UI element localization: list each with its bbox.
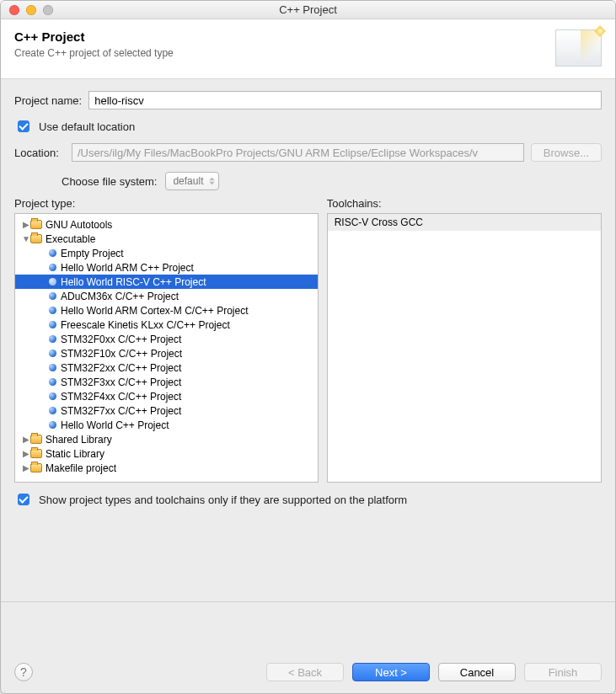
location-row: Location: Browse...: [14, 143, 602, 162]
toolchains-label: Toolchains:: [327, 197, 602, 210]
toolchain-item[interactable]: RISC-V Cross GCC: [328, 214, 601, 231]
show-supported-label[interactable]: Show project types and toolchains only i…: [39, 494, 407, 506]
tree-leaf[interactable]: Empty Project: [15, 246, 318, 260]
tree-item-label: STM32F0xx C/C++ Project: [61, 334, 181, 345]
window-controls: [9, 5, 53, 15]
project-template-icon: [49, 407, 56, 414]
cancel-button[interactable]: Cancel: [438, 663, 516, 681]
location-input: [72, 143, 524, 162]
tree-leaf[interactable]: STM32F0xx C/C++ Project: [15, 332, 318, 346]
tree-leaf[interactable]: Hello World ARM Cortex-M C/C++ Project: [15, 303, 318, 318]
folder-icon: [30, 435, 42, 444]
tree-item-label: Hello World C++ Project: [61, 419, 169, 431]
tree-leaf[interactable]: STM32F3xx C/C++ Project: [15, 375, 318, 389]
tree-item-label: Static Library: [46, 448, 104, 460]
tree-item-label: GNU Autotools: [46, 219, 112, 231]
titlebar: C++ Project: [1, 1, 615, 19]
tree-leaf[interactable]: ADuCM36x C/C++ Project: [15, 289, 318, 303]
tree-folder[interactable]: ▶GNU Autotools: [15, 217, 318, 232]
finish-button: Finish: [524, 663, 602, 681]
folder-icon: [30, 220, 42, 229]
tree-leaf[interactable]: STM32F4xx C/C++ Project: [15, 389, 318, 403]
page-subtitle: Create C++ project of selected type: [14, 47, 174, 59]
tree-leaf[interactable]: Freescale Kinetis KLxx C/C++ Project: [15, 318, 318, 332]
project-template-icon: [49, 421, 56, 429]
chevron-down-icon[interactable]: ▼: [22, 234, 30, 243]
choose-file-system-select: default: [165, 172, 219, 190]
tree-folder[interactable]: ▶Static Library: [15, 446, 318, 461]
tree-item-label: STM32F10x C/C++ Project: [61, 348, 182, 360]
zoom-icon[interactable]: [43, 5, 53, 15]
window-title: C++ Project: [1, 3, 615, 16]
tree-leaf[interactable]: STM32F2xx C/C++ Project: [15, 360, 318, 375]
supported-row: Show project types and toolchains only i…: [14, 491, 602, 508]
show-supported-checkbox[interactable]: [18, 494, 29, 505]
project-type-panel[interactable]: ▶GNU Autotools▼ExecutableEmpty ProjectHe…: [14, 213, 319, 483]
project-template-icon: [49, 378, 56, 386]
project-template-icon: [49, 321, 56, 328]
project-template-icon: [49, 292, 56, 300]
chevron-right-icon[interactable]: ▶: [22, 435, 30, 444]
tree-item-label: STM32F3xx C/C++ Project: [61, 376, 181, 388]
tree-leaf[interactable]: Hello World ARM C++ Project: [15, 260, 318, 275]
tree-item-label: Makefile project: [46, 462, 116, 474]
browse-button: Browse...: [531, 143, 602, 162]
wizard-header: C++ Project Create C++ project of select…: [1, 19, 615, 79]
folder-icon: [30, 234, 42, 243]
tree-item-label: Hello World ARM Cortex-M C/C++ Project: [61, 305, 249, 317]
project-name-input[interactable]: [88, 91, 602, 109]
project-template-icon: [49, 335, 56, 343]
project-template-icon: [49, 392, 56, 400]
tree-item-label: ADuCM36x C/C++ Project: [61, 291, 179, 302]
tree-leaf[interactable]: STM32F7xx C/C++ Project: [15, 403, 318, 418]
choose-file-system-row: Choose file system: default: [62, 172, 602, 190]
back-button: < Back: [266, 663, 344, 681]
folder-icon: [30, 463, 42, 472]
wizard-body: Project name: Use default location Locat…: [1, 79, 615, 601]
tree-item-label: Shared Library: [46, 434, 112, 446]
tree-item-label: Hello World RISC-V C++ Project: [61, 276, 206, 288]
tree-item-label: STM32F7xx C/C++ Project: [61, 405, 181, 417]
next-button[interactable]: Next >: [352, 663, 430, 681]
use-default-location-checkbox[interactable]: [18, 120, 29, 132]
tree-folder[interactable]: ▶Makefile project: [15, 461, 318, 475]
use-default-location-row: Use default location: [14, 118, 602, 135]
chevron-right-icon[interactable]: ▶: [22, 449, 30, 458]
tree-item-label: Hello World ARM C++ Project: [61, 262, 194, 274]
tree-folder[interactable]: ▶Shared Library: [15, 432, 318, 446]
chevron-right-icon[interactable]: ▶: [22, 220, 30, 229]
choose-file-system-value: default: [173, 175, 203, 187]
wizard-icon: [555, 29, 602, 67]
tree-leaf[interactable]: Hello World RISC-V C++ Project: [15, 275, 318, 289]
tree-item-label: STM32F2xx C/C++ Project: [61, 362, 181, 374]
location-label: Location:: [14, 147, 65, 159]
tree-item-label: STM32F4xx C/C++ Project: [61, 391, 181, 403]
project-template-icon: [49, 350, 56, 357]
window: C++ Project C++ Project Create C++ proje…: [0, 0, 616, 694]
page-title: C++ Project: [14, 29, 174, 44]
tree-folder[interactable]: ▼Executable: [15, 232, 318, 246]
choose-file-system-label: Choose file system:: [62, 175, 157, 188]
project-name-row: Project name:: [14, 91, 602, 109]
chevron-updown-icon: [209, 178, 215, 185]
button-bar: ? < Back Next > Cancel Finish: [14, 663, 602, 681]
project-template-icon: [49, 364, 56, 371]
folder-icon: [30, 449, 42, 458]
project-type-label: Project type:: [14, 197, 319, 210]
project-template-icon: [49, 264, 56, 271]
footer: ? < Back Next > Cancel Finish: [1, 601, 615, 693]
tree-leaf[interactable]: Hello World C++ Project: [15, 418, 318, 432]
close-icon[interactable]: [9, 5, 19, 15]
help-button[interactable]: ?: [14, 663, 33, 681]
project-template-icon: [49, 249, 56, 257]
columns: Project type: ▶GNU Autotools▼ExecutableE…: [14, 197, 602, 483]
project-template-icon: [49, 278, 56, 286]
tree-leaf[interactable]: STM32F10x C/C++ Project: [15, 346, 318, 360]
tree-item-label: Freescale Kinetis KLxx C/C++ Project: [61, 319, 230, 331]
use-default-location-label[interactable]: Use default location: [39, 120, 135, 133]
minimize-icon[interactable]: [26, 5, 36, 15]
project-template-icon: [49, 307, 56, 314]
chevron-right-icon[interactable]: ▶: [22, 463, 30, 472]
toolchains-panel[interactable]: RISC-V Cross GCC: [327, 213, 602, 483]
tree-item-label: Empty Project: [61, 248, 124, 259]
